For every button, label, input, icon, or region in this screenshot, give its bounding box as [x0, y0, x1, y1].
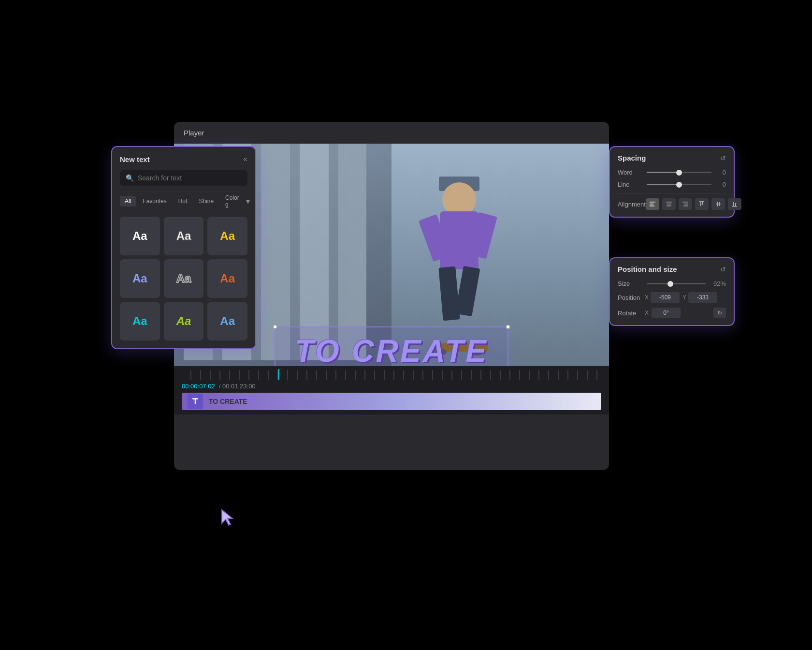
- svg-rect-4: [666, 202, 672, 203]
- align-right-icon: [682, 201, 689, 207]
- spacing-reset-button[interactable]: ↺: [720, 154, 726, 162]
- pos-y-label: Y: [682, 294, 686, 301]
- svg-rect-12: [702, 202, 703, 205]
- spacing-title: Spacing: [618, 154, 646, 162]
- word-spacing-row: Word 0: [618, 169, 726, 176]
- position-title: Position and size: [618, 265, 677, 273]
- align-vert-mid-btn[interactable]: [711, 198, 725, 210]
- svg-rect-5: [667, 204, 671, 205]
- player-titlebar: Player: [174, 122, 609, 144]
- align-vert-top-icon: [698, 201, 705, 207]
- tab-all[interactable]: All: [120, 196, 136, 207]
- align-vert-top-btn[interactable]: [695, 198, 709, 210]
- cursor-svg: [220, 509, 234, 526]
- line-spacing-row: Line 0: [618, 181, 726, 188]
- text-style-blue-gradient[interactable]: Aa: [120, 259, 160, 298]
- svg-rect-13: [716, 204, 721, 205]
- text-track-icon: [190, 397, 200, 406]
- pos-x-label: X: [645, 294, 649, 301]
- tab-shine[interactable]: Shine: [194, 196, 218, 207]
- text-style-yellow[interactable]: Aa: [207, 217, 247, 255]
- search-icon: 🔍: [126, 174, 134, 182]
- alignment-buttons: [646, 198, 741, 210]
- position-y-group: Y: [682, 292, 717, 303]
- align-right-btn[interactable]: [679, 198, 692, 210]
- style-label: Aa: [132, 229, 147, 243]
- timeline-ruler: [182, 370, 601, 380]
- line-spacing-slider[interactable]: [647, 184, 711, 185]
- rotate-x-input[interactable]: [652, 308, 681, 318]
- pos-header: Position and size ↺: [618, 265, 726, 273]
- svg-rect-9: [683, 206, 688, 207]
- rotate-row: Rotate X ↻: [618, 308, 726, 318]
- search-box[interactable]: 🔍: [120, 170, 247, 186]
- align-vert-bot-icon: [731, 201, 738, 207]
- style-label: Aa: [176, 272, 191, 285]
- text-style-outline-gray[interactable]: Aa: [164, 259, 204, 298]
- align-left-icon: [649, 201, 656, 207]
- tab-hot[interactable]: Hot: [174, 196, 192, 207]
- filter-tabs: All Favorites Hot Shine Color g ▾: [120, 192, 247, 210]
- size-label: Size: [618, 280, 642, 287]
- timeline-track[interactable]: TO CREATE: [182, 393, 601, 410]
- text-styles-grid: Aa Aa Aa Aa Aa Aa Aa Aa: [120, 217, 247, 340]
- track-icon: [188, 394, 203, 409]
- alignment-label: Alignment: [618, 201, 642, 208]
- rotate-button[interactable]: ↻: [713, 308, 726, 318]
- filter-more-button[interactable]: ▾: [246, 197, 250, 206]
- selection-handle-tr[interactable]: [506, 325, 510, 329]
- text-style-orange[interactable]: Aa: [207, 259, 247, 298]
- size-row: Size 92%: [618, 280, 726, 287]
- align-center-icon: [666, 201, 672, 207]
- text-style-light-blue[interactable]: Aa: [207, 302, 247, 340]
- svg-rect-14: [717, 202, 718, 207]
- word-spacing-slider[interactable]: [647, 172, 711, 173]
- align-left-btn[interactable]: [646, 198, 659, 210]
- spacing-panel: Spacing ↺ Word 0 Line 0 Alignment: [609, 146, 735, 218]
- svg-rect-6: [667, 206, 671, 207]
- svg-rect-18: [735, 203, 736, 206]
- sp-header: Spacing ↺: [618, 154, 726, 162]
- search-input[interactable]: [138, 174, 242, 182]
- timeline-cursor[interactable]: [278, 369, 279, 380]
- total-time: / 00:01:23:00: [219, 383, 256, 390]
- text-style-outline-dark[interactable]: Aa: [164, 217, 204, 255]
- rotate-label: Rotate: [618, 310, 642, 317]
- selection-handle-tl[interactable]: [273, 325, 277, 329]
- align-vert-bot-btn[interactable]: [728, 198, 741, 210]
- svg-rect-7: [682, 202, 688, 203]
- svg-rect-2: [650, 204, 653, 205]
- position-x-group: X: [645, 292, 680, 303]
- text-style-lime[interactable]: Aa: [164, 302, 204, 340]
- tab-color-g[interactable]: Color g: [220, 192, 244, 210]
- svg-rect-15: [719, 202, 720, 206]
- text-style-cyan[interactable]: Aa: [120, 302, 160, 340]
- player-title: Player: [184, 129, 204, 137]
- text-style-plain-white[interactable]: Aa: [120, 217, 160, 255]
- pos-y-input[interactable]: [688, 292, 717, 303]
- position-reset-button[interactable]: ↺: [720, 266, 726, 273]
- svg-rect-8: [684, 204, 688, 205]
- word-spacing-value: 0: [716, 169, 726, 176]
- pos-x-input[interactable]: [651, 292, 680, 303]
- rotate-x-label: X: [645, 310, 649, 316]
- panel-collapse-button[interactable]: «: [243, 155, 247, 163]
- svg-rect-1: [650, 202, 655, 203]
- cursor-arrow: [220, 509, 234, 528]
- style-label: Aa: [176, 314, 191, 328]
- alignment-row: Alignment: [618, 198, 726, 210]
- svg-marker-0: [222, 510, 232, 525]
- person-leg-right: [455, 266, 480, 317]
- align-center-btn[interactable]: [662, 198, 676, 210]
- size-slider[interactable]: [647, 283, 706, 284]
- tab-favorites[interactable]: Favorites: [138, 196, 171, 207]
- style-label: Aa: [132, 272, 147, 285]
- style-label: Aa: [132, 314, 147, 328]
- new-text-panel: New text « 🔍 All Favorites Hot Shine Col…: [111, 146, 256, 349]
- panel-header: New text «: [120, 155, 247, 163]
- style-label: Aa: [220, 229, 235, 243]
- svg-rect-10: [699, 201, 704, 202]
- style-label: Aa: [220, 314, 235, 328]
- align-vert-mid-icon: [715, 201, 722, 207]
- line-spacing-label: Line: [618, 181, 642, 188]
